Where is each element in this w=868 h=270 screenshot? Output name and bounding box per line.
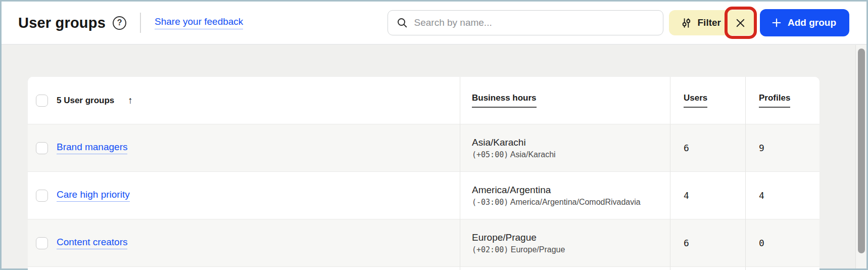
filter-button[interactable]: Filter xyxy=(669,10,727,35)
users-count: 4 xyxy=(670,172,745,219)
add-group-label: Add group xyxy=(788,17,836,28)
column-header-users[interactable]: Users xyxy=(684,93,707,108)
sort-ascending-icon[interactable]: ↑ xyxy=(128,95,133,106)
column-header-profiles[interactable]: Profiles xyxy=(759,93,790,108)
share-feedback-link[interactable]: Share your feedback xyxy=(155,16,243,29)
header-actions: Filter Add group xyxy=(388,9,849,36)
clear-filter-button[interactable] xyxy=(727,10,754,35)
table-row: Content creators Europe/Prague (+02:00) … xyxy=(28,219,819,267)
vertical-scrollbar[interactable] xyxy=(855,45,866,268)
search-box[interactable] xyxy=(388,10,663,35)
app-window: User groups ? Share your feedback xyxy=(0,0,868,270)
scrollbar-thumb[interactable] xyxy=(858,49,865,253)
filter-label: Filter xyxy=(698,17,721,28)
search-icon xyxy=(396,17,408,29)
timezone-name: Asia/Karachi xyxy=(472,137,526,148)
select-all-checkbox[interactable] xyxy=(36,95,48,107)
filter-pill: Filter xyxy=(669,10,754,35)
profiles-count: 9 xyxy=(745,124,819,172)
plus-icon xyxy=(771,17,782,28)
page-header: User groups ? Share your feedback xyxy=(2,2,866,44)
row-checkbox[interactable] xyxy=(36,237,48,249)
table-count-title: 5 User groups xyxy=(57,96,114,106)
profiles-count: 0 xyxy=(745,219,819,267)
timezone-detail: (+05:00) Asia/Karachi xyxy=(472,150,556,159)
table-row: Brand managers Asia/Karachi (+05:00) Asi… xyxy=(28,124,819,172)
close-icon xyxy=(734,17,747,29)
add-group-button[interactable]: Add group xyxy=(760,9,849,36)
help-icon[interactable]: ? xyxy=(113,16,126,30)
users-count: 6 xyxy=(670,124,745,172)
column-header-business-hours[interactable]: Business hours xyxy=(472,93,537,108)
users-count: 6 xyxy=(670,219,745,267)
user-groups-table: 5 User groups ↑ Business hours Users Pro… xyxy=(28,77,819,270)
profiles-count: 4 xyxy=(745,172,819,219)
group-name-link[interactable]: Brand managers xyxy=(57,142,127,154)
page-title: User groups xyxy=(18,15,106,31)
timezone-name: America/Argentina xyxy=(472,185,551,196)
group-name-link[interactable]: Content creators xyxy=(57,237,127,249)
content-area: 5 User groups ↑ Business hours Users Pro… xyxy=(2,44,866,268)
question-mark-glyph: ? xyxy=(117,18,122,27)
partial-next-row xyxy=(28,267,819,270)
group-name-link[interactable]: Care high priority xyxy=(57,189,130,202)
search-input[interactable] xyxy=(414,17,656,28)
timezone-detail: (-03:00) America/Argentina/ComodRivadavi… xyxy=(472,198,641,207)
table-row: Care high priority America/Argentina (-0… xyxy=(28,172,819,219)
timezone-detail: (+02:00) Europe/Prague xyxy=(472,245,565,254)
row-checkbox[interactable] xyxy=(36,190,48,202)
row-checkbox[interactable] xyxy=(36,142,48,154)
timezone-name: Europe/Prague xyxy=(472,232,537,243)
filter-group: Filter xyxy=(669,10,754,35)
header-divider xyxy=(140,13,141,33)
table-header-row: 5 User groups ↑ Business hours Users Pro… xyxy=(28,77,819,124)
filter-sliders-icon xyxy=(681,17,692,29)
